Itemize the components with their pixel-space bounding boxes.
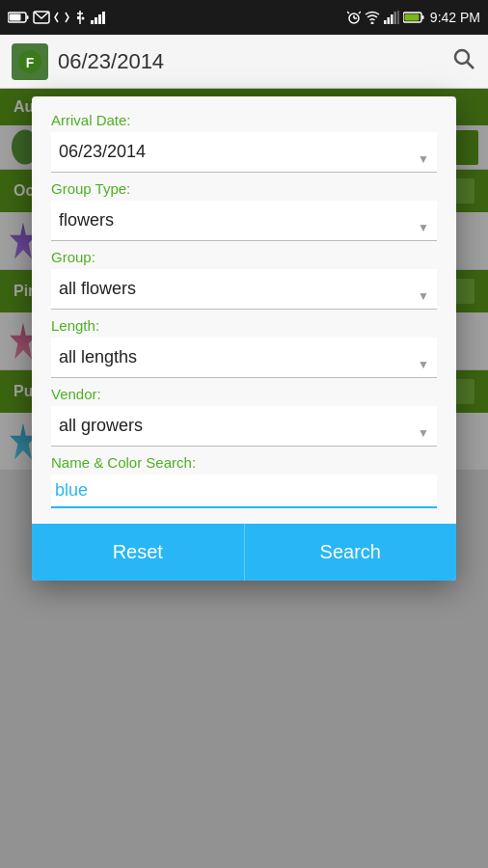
status-bar: 9:42 PM [0,0,488,35]
dialog-buttons: Reset Search [32,524,456,581]
group-group: Group: all flowers [51,249,437,310]
svg-line-29 [468,62,474,68]
status-right: 9:42 PM [347,10,480,25]
svg-rect-19 [387,17,390,24]
svg-rect-8 [91,20,94,24]
vendor-label: Vendor: [51,386,437,402]
cell-signal-icon [384,11,399,24]
group-value: all flowers [57,275,138,303]
svg-rect-6 [77,16,80,19]
vendor-group: Vendor: all growers [51,386,437,447]
svg-rect-10 [98,14,101,24]
toolbar-date: 06/23/2014 [58,49,442,74]
svg-rect-22 [397,11,399,24]
reset-button[interactable]: Reset [32,524,245,581]
svg-rect-2 [10,14,21,21]
vendor-value: all growers [57,412,145,440]
length-label: Length: [51,317,437,334]
name-color-input[interactable] [51,475,437,508]
status-icons-left [8,11,106,24]
svg-point-17 [370,22,373,25]
svg-text:F: F [26,55,35,70]
arrival-date-group: Arrival Date: 06/23/2014 [51,112,437,173]
code-icon [54,11,69,24]
group-type-group: Group Type: flowers [51,180,437,241]
name-color-label: Name & Color Search: [51,454,437,471]
group-select[interactable]: all flowers [51,269,437,310]
search-button[interactable]: Search [245,524,457,581]
modal-overlay: Arrival Date: 06/23/2014 Group Type: flo… [0,89,488,868]
length-select[interactable]: all lengths [51,338,437,378]
svg-rect-25 [404,14,419,21]
battery-charging-icon [403,11,424,24]
group-type-value: flowers [57,206,116,234]
svg-rect-20 [391,14,393,24]
svg-rect-24 [421,15,423,19]
dialog-body: Arrival Date: 06/23/2014 Group Type: flo… [32,96,456,508]
group-type-label: Group Type: [51,180,437,197]
svg-point-7 [82,17,85,20]
app-toolbar: F 06/23/2014 [0,35,488,89]
svg-rect-9 [95,17,97,24]
battery-icon [8,11,29,24]
svg-line-16 [359,12,361,14]
usb-icon [73,11,87,24]
vendor-select[interactable]: all growers [51,406,437,447]
app-logo: F [12,43,48,80]
group-type-select[interactable]: flowers [51,201,437,241]
svg-line-15 [347,12,349,14]
signal-bars-icon [91,11,106,24]
svg-rect-21 [393,12,396,24]
filter-dialog: Arrival Date: 06/23/2014 Group Type: flo… [32,96,456,581]
wifi-icon [365,11,380,24]
length-value: all lengths [57,343,139,371]
search-icon[interactable] [451,46,476,77]
arrival-date-label: Arrival Date: [51,112,437,128]
svg-rect-1 [27,15,29,19]
alarm-icon [347,11,361,24]
mail-icon [33,11,50,24]
arrival-date-value: 06/23/2014 [57,138,148,166]
length-group: Length: all lengths [51,317,437,378]
svg-rect-11 [102,12,105,24]
time-display: 9:42 PM [430,10,480,25]
arrival-date-select[interactable]: 06/23/2014 [51,132,437,173]
group-label: Group: [51,249,437,265]
svg-rect-18 [384,20,387,24]
name-color-group: Name & Color Search: [51,454,437,508]
svg-point-28 [455,50,469,64]
